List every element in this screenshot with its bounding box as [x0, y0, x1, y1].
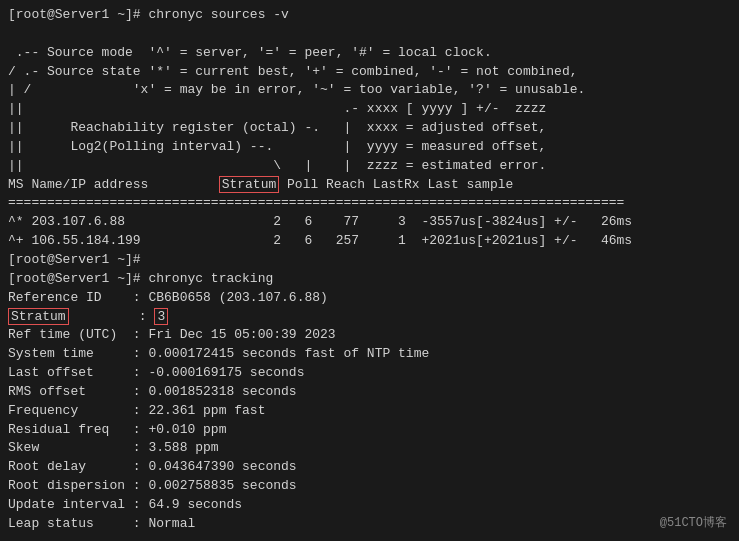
line-1: [root@Server1 ~]# chronyc sources -v	[8, 6, 731, 25]
line-4: / .- Source state '*' = current best, '+…	[8, 63, 731, 82]
line-9: || \ | | zzzz = estimated error.	[8, 157, 731, 176]
tracking-update-interval: Update interval : 64.9 seconds	[8, 496, 731, 515]
tracking-root-delay: Root delay : 0.043647390 seconds	[8, 458, 731, 477]
stratum-label-box: Stratum	[8, 308, 69, 325]
tracking-last-offset: Last offset : -0.000169175 seconds	[8, 364, 731, 383]
prompt-3: [root@Server1 ~]# chronyc tracking	[8, 270, 731, 289]
line-3: .-- Source mode '^' = server, '=' = peer…	[8, 44, 731, 63]
prompt-1: [root@Server1 ~]# chronyc sources -v	[8, 7, 289, 22]
header-line: MS Name/IP address Stratum Poll Reach La…	[8, 176, 731, 195]
prompt-2: [root@Server1 ~]#	[8, 251, 731, 270]
line-8: || Log2(Polling interval) --. | yyyy = m…	[8, 138, 731, 157]
tracking-residual: Residual freq : +0.010 ppm	[8, 421, 731, 440]
stratum-value-box: 3	[154, 308, 168, 325]
line-6: || .- xxxx [ yyyy ] +/- zzzz	[8, 100, 731, 119]
tracking-ref-id: Reference ID : CB6B0658 (203.107.6.88)	[8, 289, 731, 308]
stratum-header-box: Stratum	[219, 176, 280, 193]
tracking-ref-time: Ref time (UTC) : Fri Dec 15 05:00:39 202…	[8, 326, 731, 345]
line-5: | / 'x' = may be in error, '~' = too var…	[8, 81, 731, 100]
ms-label: MS Name/IP address	[8, 177, 219, 192]
tracking-skew: Skew : 3.588 ppm	[8, 439, 731, 458]
tracking-frequency: Frequency : 22.361 ppm fast	[8, 402, 731, 421]
tracking-sys-time: System time : 0.000172415 seconds fast o…	[8, 345, 731, 364]
data-row-1: ^* 203.107.6.88 2 6 77 3 -3557us[-3824us…	[8, 213, 731, 232]
data-row-2: ^+ 106.55.184.199 2 6 257 1 +2021us[+202…	[8, 232, 731, 251]
tracking-root-disp: Root dispersion : 0.002758835 seconds	[8, 477, 731, 496]
tracking-stratum: Stratum : 3	[8, 308, 731, 327]
terminal-window: [root@Server1 ~]# chronyc sources -v .--…	[0, 0, 739, 541]
watermark: @51CTO博客	[660, 514, 727, 531]
separator-line: ========================================…	[8, 194, 731, 213]
line-7: || Reachability register (octal) -. | xx…	[8, 119, 731, 138]
header-rest: Poll Reach LastRx Last sample	[279, 177, 513, 192]
tracking-rms-offset: RMS offset : 0.001852318 seconds	[8, 383, 731, 402]
line-blank	[8, 25, 731, 44]
tracking-leap-status: Leap status : Normal	[8, 515, 731, 534]
